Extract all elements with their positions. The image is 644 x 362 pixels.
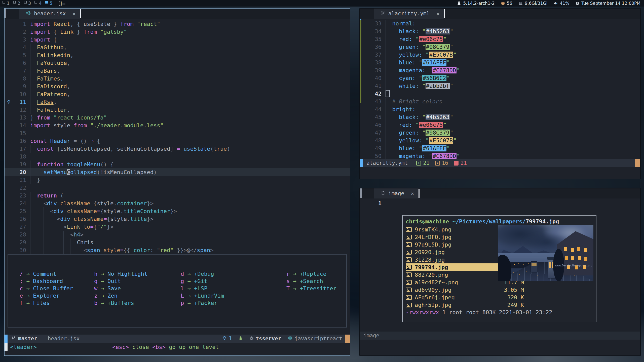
code-line[interactable]: 6FaYoutube, (5, 59, 350, 67)
code-line[interactable]: 9FaDiscord, (5, 83, 350, 90)
code-area-alacritty[interactable]: 33normal:34black: "#4b5263"35red: "#e06c… (360, 20, 640, 160)
workspace-3[interactable]: 3 (24, 1, 31, 6)
which-key-binding[interactable]: l → +LSP (181, 285, 286, 292)
scroll-indicator (360, 188, 362, 198)
close-icon[interactable]: × (436, 11, 439, 17)
line-number: 11 (13, 98, 30, 106)
code-line[interactable]: 28<h4> (5, 231, 350, 238)
layout-indicator[interactable]: []= (58, 1, 66, 6)
code-line[interactable]: 23return ( (5, 192, 350, 199)
workspace-4[interactable]: 4 (34, 1, 42, 6)
close-icon[interactable]: × (411, 190, 414, 197)
code-line[interactable]: 7FaBars, (5, 67, 350, 75)
which-key-binding[interactable]: q → Quit (94, 277, 181, 285)
code-line[interactable]: 42 (360, 90, 640, 98)
code-line[interactable]: 11FaRss, (5, 98, 350, 106)
code-line[interactable]: 49blue: "#61AFEF" (360, 144, 640, 152)
tab-alacritty-yml[interactable]: alacritty.yml × (374, 9, 444, 19)
code-line[interactable]: 16const Header = () ⇒ { (5, 137, 350, 145)
code-line[interactable]: 5FaLinkedin, (5, 51, 350, 59)
file-row[interactable]: AFq5r6j.jpeg320 K (406, 294, 524, 301)
code-line[interactable]: 21} (5, 176, 350, 184)
code-line[interactable]: 20setMenuCollapsed(!isMenuCollapsed) (5, 168, 350, 176)
code-token: " (429, 153, 432, 159)
code-token: < (63, 224, 67, 230)
which-key-binding[interactable]: s → +Search (286, 277, 346, 285)
file-name: 9rsmTK4.png (415, 226, 490, 233)
code-line[interactable]: 24<div className={style.container}> (5, 199, 350, 207)
code-token: black: (399, 114, 422, 120)
code-line[interactable]: 34black: "#4b5263" (360, 27, 640, 35)
code-line[interactable]: 2import { Link } from "gatsby" (5, 28, 350, 36)
which-key-binding[interactable]: w → Save (94, 285, 181, 292)
code-line[interactable]: 35red: "#e06c75" (360, 35, 640, 43)
tab-header-jsx[interactable]: header.jsx × (19, 9, 80, 19)
which-key-binding[interactable]: h → No Highlight (94, 270, 181, 277)
which-key-binding[interactable]: p → +Packer (181, 299, 286, 307)
code-line[interactable]: 12FaTwitter, (5, 106, 350, 114)
which-key-binding[interactable]: z → Zen (94, 292, 181, 299)
tab-image[interactable]: image × (374, 188, 419, 198)
code-line[interactable]: 3import { (5, 36, 350, 44)
sign-column (360, 74, 368, 82)
code-line[interactable]: 18 (5, 153, 350, 160)
code-line[interactable]: 48yellow: "#E5C07B" (360, 137, 640, 144)
which-key-binding[interactable]: ; → Dashboard (20, 277, 94, 285)
code-line[interactable]: 30<span style={{ color: "red" }}>@</span… (5, 246, 350, 254)
file-row[interactable]: ad6v90y.jpg3.05 M (406, 286, 524, 294)
workspace-label: 2 (17, 1, 20, 6)
code-line[interactable]: 39magenta: "#C678DD" (360, 66, 640, 74)
code-line[interactable]: 15 (5, 129, 350, 137)
code-line[interactable]: 26<div className={style.title}> (5, 215, 350, 223)
workspace-1[interactable]: 1 (3, 1, 10, 6)
which-key-binding[interactable]: b → +Buffers (94, 299, 181, 307)
code-line[interactable]: 36green: "#98C379" (360, 43, 640, 51)
code-line[interactable]: 33normal: (360, 20, 640, 27)
code-line[interactable]: 40cyan: "#56B6C2" (360, 74, 640, 82)
code-line[interactable]: 44bright: (360, 105, 640, 113)
code-line[interactable]: 25<div className={style.titleContainer}> (5, 207, 350, 215)
code-line[interactable]: 41white: "#abb2bf" (360, 82, 640, 90)
code-line[interactable]: 38blue: "#61AFEF" (360, 59, 640, 66)
which-key-binding[interactable]: r → +Replace (286, 270, 346, 277)
workspace-2[interactable]: 2 (13, 1, 20, 6)
code-line[interactable]: 27<Link to={"/"}> (5, 223, 350, 231)
code-line[interactable]: 10FaPatreon, (5, 90, 350, 98)
code-token: ( (210, 146, 213, 152)
which-key-binding[interactable]: f → Files (20, 299, 94, 307)
git-branch-icon (11, 336, 16, 342)
code-line[interactable]: 17const [isMenuCollapsed, setMenuCollaps… (5, 145, 350, 153)
code-line[interactable]: 37yellow: "#E5C07B" (360, 51, 640, 59)
which-key-binding[interactable]: g → +Git (181, 277, 286, 285)
file-row[interactable]: aghr5Ip.jpg249 K (406, 301, 524, 309)
close-icon[interactable]: × (72, 11, 75, 17)
which-key-binding[interactable]: e → Explorer (20, 292, 94, 299)
code-token: > (80, 231, 84, 238)
code-line[interactable]: 43# Bright colors (360, 98, 640, 105)
which-key-binding[interactable]: L → +LunarVim (181, 292, 286, 299)
which-key-binding[interactable]: c → Close Buffer (20, 285, 94, 292)
code-line[interactable]: 1import React, { useState } from "react" (5, 20, 350, 28)
code-line[interactable]: 22 (5, 184, 350, 192)
code-line[interactable]: 13} from "react-icons/fa" (5, 114, 350, 122)
code-line[interactable]: 46red: "#e06c75" (360, 121, 640, 129)
code-line[interactable]: 4FaGithub, (5, 44, 350, 51)
indent-guide (57, 238, 63, 246)
which-key-binding[interactable]: d → +Debug (181, 270, 286, 277)
workspace-5[interactable]: 5 (45, 1, 52, 6)
code-line[interactable]: 1 (360, 199, 640, 207)
which-key-binding[interactable]: T → +Treesitter (286, 285, 346, 292)
code-token: , (67, 60, 70, 66)
code-line[interactable]: 47green: "#98C379" (360, 129, 640, 137)
code-line[interactable]: 8FaTimes, (5, 75, 350, 83)
code-line[interactable]: 19function toggleMenu() { (5, 160, 350, 168)
lightbulb-icon[interactable] (5, 98, 13, 106)
diagnostics-segment[interactable]: 1 (222, 336, 232, 342)
code-line[interactable]: 14import style from "./header.module.les… (5, 122, 350, 129)
code-area-header-jsx[interactable]: 1import React, { useState } from "react"… (5, 20, 350, 254)
code-line[interactable]: 45black: "#4b5263" (360, 113, 640, 121)
volume-module[interactable]: 41% (553, 1, 569, 6)
code-line[interactable]: 29Chris (5, 238, 350, 246)
which-key-binding[interactable]: / → Comment (20, 270, 94, 277)
code-area-image[interactable]: 1 (360, 199, 640, 207)
